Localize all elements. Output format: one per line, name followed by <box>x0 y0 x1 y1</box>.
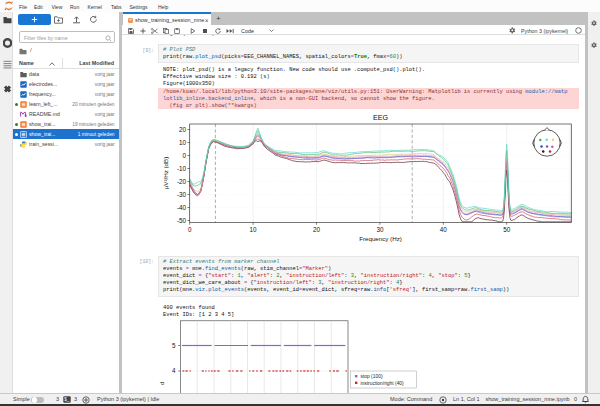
svg-text:40: 40 <box>440 226 448 233</box>
svg-text:-20: -20 <box>177 178 187 185</box>
svg-text:µV²/Hz (dB): µV²/Hz (dB) <box>162 157 169 189</box>
svg-text:5: 5 <box>172 342 176 349</box>
svg-text:0: 0 <box>188 226 192 233</box>
svg-text:instruction/right (40): instruction/right (40) <box>361 381 405 386</box>
svg-text:30: 30 <box>376 226 384 233</box>
svg-text:-30: -30 <box>177 191 187 198</box>
svg-text:stop (100): stop (100) <box>361 374 383 379</box>
svg-text:$_: $_ <box>64 397 70 402</box>
svg-text:Frequency (Hz): Frequency (Hz) <box>359 235 402 242</box>
svg-text:10: 10 <box>179 139 187 146</box>
svg-text:-10: -10 <box>177 165 187 172</box>
svg-text:0: 0 <box>182 152 186 159</box>
svg-text:50: 50 <box>503 226 511 233</box>
svg-text:-50: -50 <box>177 217 187 224</box>
svg-text:10: 10 <box>250 226 258 233</box>
svg-text:EEG: EEG <box>373 113 389 122</box>
svg-text:20: 20 <box>313 226 321 233</box>
svg-text:d: d <box>159 382 165 385</box>
svg-text:20: 20 <box>179 126 187 133</box>
svg-text:4: 4 <box>172 367 176 374</box>
svg-text:-40: -40 <box>177 204 187 211</box>
